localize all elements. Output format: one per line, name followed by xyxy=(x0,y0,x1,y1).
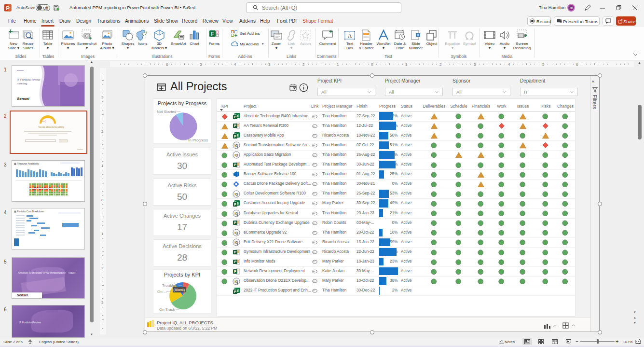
svg-text:IQ: IQ xyxy=(234,280,238,284)
svg-text:In Progress: In Progress xyxy=(188,138,208,142)
svg-text:P: P xyxy=(234,134,236,139)
svg-text:P: P xyxy=(234,290,236,294)
svg-text:IQ: IQ xyxy=(234,144,238,148)
svg-text:P: P xyxy=(234,269,236,274)
svg-text:A: A xyxy=(348,32,352,39)
svg-text:P: P xyxy=(234,250,236,254)
svg-text:IQ: IQ xyxy=(234,153,238,157)
svg-text:Not Started: Not Started xyxy=(157,110,176,114)
svg-text:P: P xyxy=(6,5,10,11)
svg-text:F: F xyxy=(211,31,214,37)
svg-text:P: P xyxy=(234,115,236,119)
svg-text:P: P xyxy=(234,202,236,207)
svg-text:IQ: IQ xyxy=(234,212,238,216)
svg-text:On Track: On Track xyxy=(159,307,175,312)
svg-text:(Blank): (Blank) xyxy=(174,288,185,292)
svg-text:IQ: IQ xyxy=(234,231,238,235)
svg-text:P: P xyxy=(234,124,236,128)
svg-text:IQ: IQ xyxy=(234,241,238,245)
svg-text:P: P xyxy=(234,163,236,167)
svg-text:P: P xyxy=(234,221,236,225)
svg-text:IQ: IQ xyxy=(234,193,238,196)
svg-text:On ...: On ... xyxy=(157,290,167,294)
svg-text:#: # xyxy=(417,33,419,37)
svg-text:P: P xyxy=(234,260,236,264)
